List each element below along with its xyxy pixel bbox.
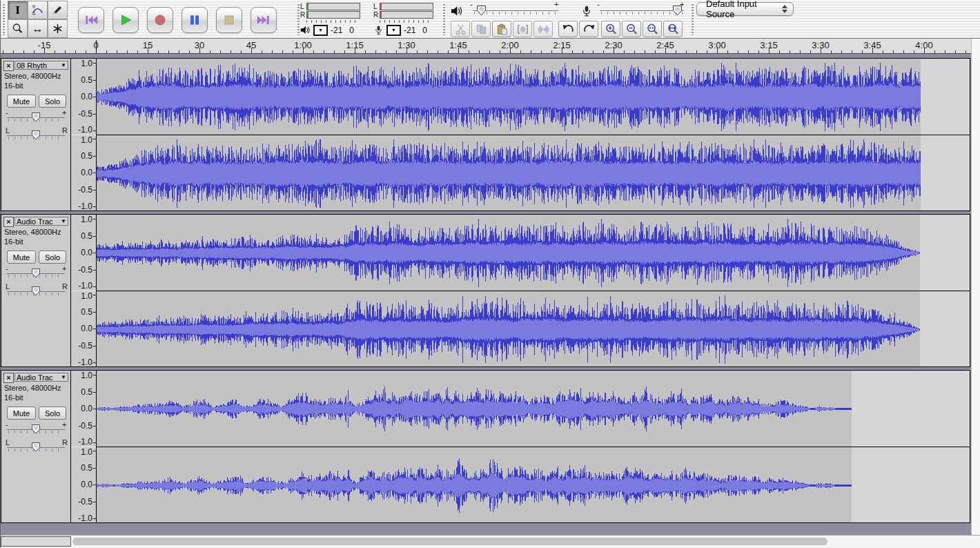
draw-tool-button[interactable]	[48, 1, 68, 19]
ruler-time-label: -15	[38, 40, 51, 50]
track-name-menu[interactable]: Audio Trac▼	[14, 373, 68, 382]
zoom-tool-button[interactable]	[8, 19, 28, 38]
ruler-minor-tick	[417, 50, 418, 53]
pan-slider-thumb[interactable]	[32, 130, 40, 140]
solo-button[interactable]: Solo	[39, 251, 66, 264]
waveform-channel-left[interactable]	[97, 215, 970, 291]
toolbar-gripper[interactable]	[691, 3, 694, 35]
waveform-area[interactable]	[96, 59, 970, 211]
waveform-channel-left[interactable]	[97, 371, 970, 447]
stop-button[interactable]	[216, 7, 242, 33]
zoom-in-button[interactable]	[601, 21, 620, 37]
ruler-minor-tick	[852, 50, 852, 53]
toolbar-gripper[interactable]	[2, 3, 6, 35]
ruler-minor-tick	[593, 50, 594, 53]
solo-button[interactable]: Solo	[39, 407, 66, 420]
horizontal-scrollbar-thumb[interactable]	[72, 538, 827, 545]
gain-slider-thumb[interactable]	[32, 268, 40, 278]
track-bitdepth-label: 16-bit	[4, 237, 23, 246]
scale-label: 0.0	[81, 480, 92, 489]
pan-slider[interactable]	[7, 442, 65, 453]
undo-button[interactable]	[558, 21, 578, 37]
horizontal-scrollbar[interactable]	[1, 535, 980, 548]
ruler-minor-tick	[758, 50, 759, 53]
track-menu-arrow-icon: ▼	[61, 374, 66, 380]
track-name-menu[interactable]: 08 Rhyth▼	[14, 61, 68, 70]
vertical-scale-ruler[interactable]: 1.00.50.0-0.5-1.01.00.50.0-0.5-1.0	[71, 215, 96, 366]
mute-button[interactable]: Mute	[7, 407, 36, 420]
record-meter-dropdown[interactable]: ▼	[386, 25, 401, 36]
playback-meter[interactable]: LR▼-210	[300, 3, 366, 36]
ruler-minor-tick	[800, 50, 801, 53]
zoom-to-fit-button[interactable]	[663, 21, 683, 37]
pan-slider[interactable]	[7, 286, 65, 297]
scale-label: -0.5	[78, 497, 92, 507]
mute-button[interactable]: Mute	[7, 251, 36, 264]
ruler-minor-tick	[572, 50, 573, 53]
record-meter-scale-max: 0	[422, 26, 427, 35]
track-name-menu[interactable]: Audio Trac▼	[14, 217, 68, 226]
ruler-minor-tick	[914, 50, 914, 53]
close-track-button[interactable]: ×	[3, 217, 14, 227]
redo-button[interactable]	[579, 21, 598, 37]
ruler-time-label: 2:30	[605, 40, 622, 50]
playback-meter-dropdown[interactable]: ▼	[313, 25, 328, 36]
scale-label: 0.5	[81, 387, 92, 397]
waveform-channel-right[interactable]	[97, 447, 970, 522]
waveform-area[interactable]	[96, 371, 970, 522]
toolbar-gripper[interactable]	[442, 3, 446, 35]
vertical-scale-ruler[interactable]: 1.00.50.0-0.5-1.01.00.50.0-0.5-1.0	[71, 371, 96, 522]
close-track-button[interactable]: ×	[3, 373, 14, 383]
ruler-minor-tick	[313, 50, 314, 53]
waveform-channel-right[interactable]	[97, 135, 970, 211]
track-format-label: Stereo, 48000Hz	[4, 384, 61, 392]
gain-slider-thumb[interactable]	[32, 112, 40, 122]
skip-to-start-button[interactable]	[78, 7, 104, 33]
multi-tool-button[interactable]	[48, 19, 68, 38]
scale-label: 0.0	[81, 248, 92, 257]
zoom-to-selection-button[interactable]	[643, 21, 662, 37]
input-source-select[interactable]: Default Input Source	[696, 2, 794, 16]
pan-slider-thumb[interactable]	[32, 442, 40, 452]
vertical-scrollbar[interactable]	[971, 39, 980, 535]
zoom-out-button[interactable]	[622, 21, 641, 37]
skip-to-end-button[interactable]	[251, 7, 277, 33]
envelope-tool-button[interactable]	[28, 1, 48, 19]
ruler-minor-tick	[479, 50, 480, 53]
trim-button	[513, 21, 532, 37]
timeline-ruler[interactable]: -1501530451:001:151:301:452:002:152:302:…	[1, 39, 971, 54]
record-meter[interactable]: LR▼-210	[373, 3, 439, 36]
pan-slider-thumb[interactable]	[32, 286, 40, 296]
waveform-channel-left[interactable]	[97, 59, 970, 135]
waveform-area[interactable]	[96, 215, 970, 366]
record-button[interactable]	[147, 7, 173, 33]
input-slider[interactable]	[600, 6, 684, 17]
ruler-time-label: 30	[195, 40, 204, 50]
pause-button[interactable]	[182, 7, 208, 33]
play-button[interactable]	[112, 7, 139, 33]
vertical-scale-ruler[interactable]: 1.00.50.0-0.5-1.01.00.50.0-0.5-1.0	[71, 59, 96, 211]
gain-slider[interactable]	[7, 424, 65, 435]
ruler-time-label: 2:15	[553, 40, 570, 50]
gain-slider[interactable]	[7, 268, 65, 279]
paste-button[interactable]	[492, 21, 511, 37]
mute-button[interactable]: Mute	[7, 95, 36, 108]
pan-slider[interactable]	[7, 130, 65, 141]
input-slider-thumb[interactable]	[673, 6, 682, 16]
volume-slider-thumb[interactable]	[477, 6, 486, 16]
ruler-minor-tick	[541, 50, 542, 53]
record-meter-bar	[380, 3, 433, 10]
solo-button[interactable]: Solo	[39, 95, 66, 108]
ruler-minor-tick	[748, 50, 749, 53]
track-title: 08 Rhyth	[17, 61, 61, 70]
waveform-channel-right[interactable]	[97, 291, 970, 366]
gain-slider-thumb[interactable]	[32, 424, 40, 434]
close-track-button[interactable]: ×	[3, 61, 14, 71]
selection-tool-button[interactable]: I	[8, 1, 28, 19]
volume-slider[interactable]	[473, 6, 558, 17]
scale-label: -1.0	[78, 358, 92, 367]
ruler-minor-tick	[241, 50, 242, 53]
gain-slider[interactable]	[7, 112, 65, 123]
silence-icon	[537, 23, 550, 36]
timeshift-tool-button[interactable]: ↔	[28, 19, 48, 38]
